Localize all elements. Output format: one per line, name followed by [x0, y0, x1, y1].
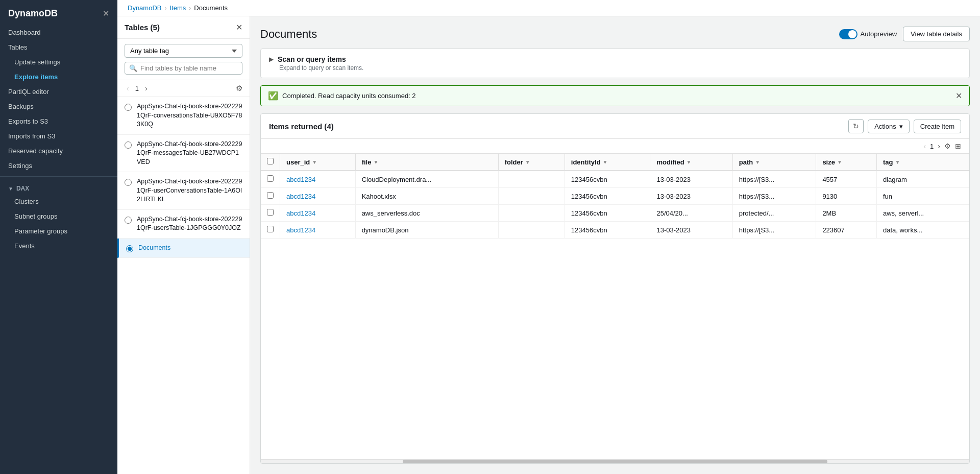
create-item-button[interactable]: Create item: [914, 120, 961, 133]
sidebar-close-button[interactable]: ✕: [103, 9, 109, 18]
data-table-scroll[interactable]: user_id ▼ file ▼: [261, 154, 969, 459]
items-expand-button[interactable]: ⊞: [955, 142, 961, 150]
items-section: Items returned (4) ↻ Actions ▾ Create it…: [260, 113, 970, 464]
view-table-details-button[interactable]: View table details: [903, 27, 970, 41]
sidebar-item-subnet-groups[interactable]: Subnet groups: [0, 209, 117, 224]
items-settings-button[interactable]: ⚙: [944, 142, 951, 150]
table-item[interactable]: AppSync-Chat-fcj-book-store-2022291QrF-u…: [117, 172, 250, 210]
autopreview-track[interactable]: [839, 29, 857, 39]
sidebar-item-imports-s3[interactable]: Imports from S3: [0, 129, 117, 144]
horizontal-scrollbar[interactable]: [261, 459, 969, 463]
table-item[interactable]: AppSync-Chat-fcj-book-store-2022291QrF-c…: [117, 97, 250, 135]
autopreview-thumb: [848, 30, 856, 38]
col-header-size[interactable]: size ▼: [816, 154, 877, 171]
sidebar-item-explore-items[interactable]: Explore items: [0, 69, 117, 84]
scan-expand-arrow: ▶: [269, 56, 274, 63]
scan-title: Scan or query items: [278, 55, 346, 63]
tables-settings-icon-button[interactable]: ⚙: [236, 84, 242, 93]
cell-identityid-0: 123456cvbn: [565, 171, 650, 188]
cell-tag-0: diagram: [876, 171, 969, 188]
items-next-button[interactable]: ›: [938, 142, 940, 150]
table-radio-5[interactable]: [126, 245, 133, 252]
success-message: Completed. Read capacity units consumed:…: [282, 92, 416, 100]
cell-identityid-3: 123456cvbn: [565, 222, 650, 239]
scan-header[interactable]: ▶ Scan or query items: [269, 55, 961, 63]
documents-title: Documents: [260, 28, 317, 41]
documents-panel: Documents Autopreview View table details…: [250, 16, 980, 474]
sort-icon-tag: ▼: [895, 159, 900, 165]
breadcrumb-items[interactable]: Items: [169, 4, 186, 12]
sidebar-item-parameter-groups[interactable]: Parameter groups: [0, 224, 117, 239]
user-id-link-3[interactable]: abcd1234: [286, 226, 315, 234]
items-page-num: 1: [930, 143, 934, 150]
table-item[interactable]: AppSync-Chat-fcj-book-store-2022291QrF-m…: [117, 135, 250, 173]
table-name-5: Documents: [138, 244, 170, 253]
dax-section-label: DAX: [16, 185, 29, 192]
col-header-file[interactable]: file ▼: [355, 154, 498, 171]
actions-button[interactable]: Actions ▾: [868, 120, 910, 133]
sidebar-item-settings[interactable]: Settings: [0, 158, 117, 173]
col-header-path[interactable]: path ▼: [732, 154, 816, 171]
sidebar-title: DynamoDB: [8, 8, 58, 19]
table-name-4: AppSync-Chat-fcj-book-store-2022291QrF-u…: [137, 215, 242, 233]
table-tag-select[interactable]: Any table tag: [125, 44, 242, 58]
data-table: user_id ▼ file ▼: [261, 154, 969, 239]
col-header-tag[interactable]: tag ▼: [876, 154, 969, 171]
sidebar-item-dashboard[interactable]: Dashboard: [0, 25, 117, 40]
sidebar-item-tables[interactable]: Tables: [0, 40, 117, 55]
col-label-identityid: identityId: [571, 158, 601, 166]
table-radio-4[interactable]: [125, 217, 132, 224]
sidebar-item-backups[interactable]: Backups: [0, 99, 117, 114]
scan-subtitle: Expand to query or scan items.: [279, 64, 961, 72]
cell-user-id-3: abcd1234: [280, 222, 356, 239]
table-radio-3[interactable]: [125, 179, 132, 186]
pagination-prev-button[interactable]: ‹: [125, 83, 131, 93]
breadcrumb-dynamodb[interactable]: DynamoDB: [128, 4, 161, 12]
sidebar-item-exports-s3[interactable]: Exports to S3: [0, 114, 117, 129]
tables-panel-title: Tables (5): [125, 23, 160, 32]
sidebar-item-clusters[interactable]: Clusters: [0, 194, 117, 209]
cell-size-0: 4557: [816, 171, 877, 188]
col-header-user-id[interactable]: user_id ▼: [280, 154, 356, 171]
sidebar-dax-section[interactable]: ▼ DAX: [0, 180, 117, 194]
col-label-folder: folder: [505, 158, 523, 166]
user-id-link-1[interactable]: abcd1234: [286, 193, 315, 200]
banner-close-button[interactable]: ✕: [955, 91, 962, 101]
user-id-link-2[interactable]: abcd1234: [286, 209, 315, 217]
refresh-button[interactable]: ↻: [848, 119, 864, 133]
sidebar-item-partiql[interactable]: PartiQL editor: [0, 84, 117, 99]
table-item-selected[interactable]: Documents: [117, 239, 250, 258]
col-header-identityid[interactable]: identityId ▼: [565, 154, 650, 171]
cell-folder-2: [498, 205, 565, 222]
select-all-checkbox[interactable]: [267, 158, 274, 164]
user-id-link-0[interactable]: abcd1234: [286, 176, 315, 183]
table-name-2: AppSync-Chat-fcj-book-store-2022291QrF-m…: [137, 140, 242, 167]
sidebar-item-events[interactable]: Events: [0, 239, 117, 253]
content-area: Tables (5) ✕ Any table tag 🔍 ‹ 1 ›: [117, 16, 980, 474]
table-name-1: AppSync-Chat-fcj-book-store-2022291QrF-c…: [137, 102, 242, 129]
row-checkbox-1[interactable]: [267, 192, 274, 199]
row-checkbox-0[interactable]: [267, 175, 274, 182]
autopreview-toggle[interactable]: Autopreview: [839, 29, 897, 39]
table-header-row: user_id ▼ file ▼: [261, 154, 969, 171]
cell-checkbox-1: [261, 188, 280, 205]
sidebar-item-update-settings[interactable]: Update settings: [0, 55, 117, 69]
row-checkbox-3[interactable]: [267, 226, 274, 232]
sort-icon-user-id: ▼: [312, 159, 317, 165]
table-search-input[interactable]: [140, 64, 238, 72]
table-radio-2[interactable]: [125, 141, 132, 149]
table-item[interactable]: AppSync-Chat-fcj-book-store-2022291QrF-u…: [117, 210, 250, 239]
items-prev-button[interactable]: ‹: [923, 142, 926, 150]
breadcrumb: DynamoDB › Items › Documents: [117, 0, 980, 16]
col-header-folder[interactable]: folder ▼: [498, 154, 565, 171]
cell-file-1: Kahoot.xlsx: [355, 188, 498, 205]
row-checkbox-2[interactable]: [267, 209, 274, 216]
cell-path-1: https://[S3...: [732, 188, 816, 205]
table-radio-1[interactable]: [125, 104, 132, 111]
col-header-modified[interactable]: modified ▼: [650, 154, 732, 171]
dax-section-arrow: ▼: [8, 186, 13, 192]
sidebar-item-reserved-capacity[interactable]: Reserved capacity: [0, 144, 117, 158]
cell-folder-1: [498, 188, 565, 205]
tables-panel-close-button[interactable]: ✕: [236, 22, 242, 32]
pagination-next-button[interactable]: ›: [143, 83, 150, 93]
